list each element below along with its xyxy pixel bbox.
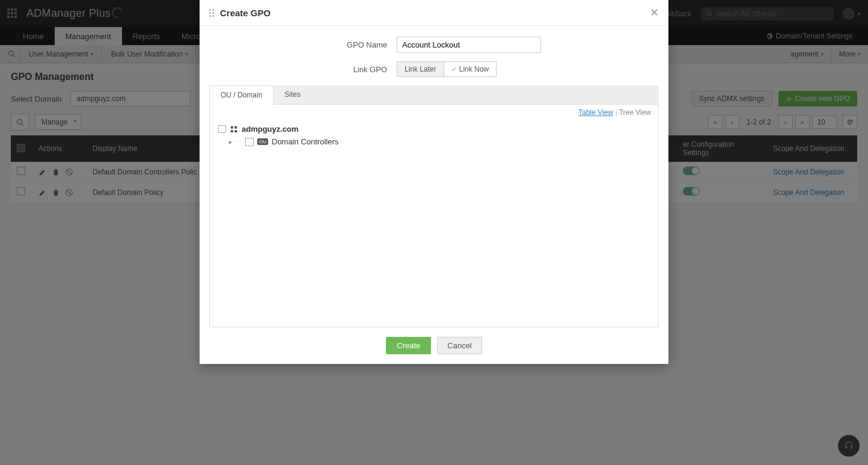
drag-handle-icon[interactable] [209, 9, 214, 17]
create-button[interactable]: Create [386, 337, 431, 354]
domain-icon [230, 125, 238, 134]
expand-icon[interactable]: ▸ [229, 139, 232, 145]
svg-rect-7 [231, 130, 233, 132]
svg-rect-8 [234, 130, 237, 132]
table-view-link[interactable]: Table View [578, 108, 613, 117]
link-gpo-label: Link GPO [204, 65, 397, 74]
ou-icon: OU [257, 138, 268, 145]
svg-rect-5 [231, 126, 233, 128]
tree-root[interactable]: admpguyz.com [218, 123, 650, 135]
gpo-name-input[interactable] [397, 37, 541, 53]
link-now-button[interactable]: ✓ Link Now [444, 61, 497, 77]
modal-title: Create GPO [220, 8, 270, 18]
svg-rect-6 [234, 126, 237, 128]
gpo-name-label: GPO Name [204, 40, 397, 49]
tree-child-label: Domain Controllers [272, 137, 338, 146]
check-icon: ✓ [451, 66, 457, 73]
tree-child-checkbox[interactable] [245, 138, 254, 146]
tree-child[interactable]: ▸ ⋯ OU Domain Controllers [229, 135, 650, 148]
tab-ou-domain[interactable]: OU / Domain [209, 85, 274, 105]
tree-root-checkbox[interactable] [218, 125, 226, 133]
tree-root-label: admpguyz.com [242, 125, 299, 134]
cancel-button[interactable]: Cancel [437, 337, 481, 354]
close-icon[interactable]: ✕ [650, 6, 659, 19]
create-gpo-modal: Create GPO ✕ GPO Name Link GPO Link Late… [200, 0, 668, 364]
link-later-button[interactable]: Link Later [397, 61, 444, 77]
tab-sites[interactable]: Sites [274, 85, 311, 104]
tree-view-link[interactable]: Tree View [619, 108, 651, 117]
